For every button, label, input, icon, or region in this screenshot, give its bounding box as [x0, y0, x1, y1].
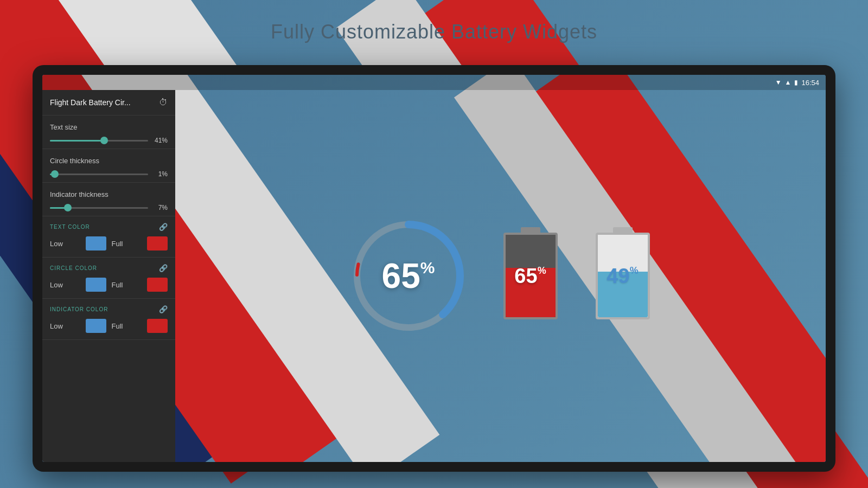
light-battery-widget: 49% — [593, 233, 653, 330]
circle-color-section: CIRCLE COLOR 🔗 Low Full — [42, 258, 175, 299]
indicator-thickness-slider-row: 7% — [50, 204, 168, 211]
light-battery-tip — [613, 227, 633, 234]
indicator-thickness-track[interactable] — [50, 207, 148, 209]
indicator-color-header: INDICATOR COLOR 🔗 — [50, 305, 168, 313]
circle-thickness-track[interactable] — [50, 174, 148, 175]
dark-battery-percent: % — [538, 265, 546, 277]
status-time: 16:54 — [801, 79, 819, 87]
settings-panel-title: Flight Dark Battery Cir... — [50, 98, 131, 107]
indicator-thickness-thumb[interactable] — [64, 204, 72, 211]
indicator-color-link-icon[interactable]: 🔗 — [159, 305, 168, 313]
tablet-frame: ▼ ▲ ▮ 16:54 Flight Dark Battery Cir... ⏱… — [33, 65, 835, 472]
indicator-color-section: INDICATOR COLOR 🔗 Low Full — [42, 299, 175, 340]
indicator-thickness-section: Indicator thickness 7% — [42, 183, 175, 216]
indicator-color-full-label: Full — [112, 322, 142, 330]
circle-thickness-label: Circle thickness — [50, 157, 168, 165]
battery-status-icon: ▮ — [794, 79, 798, 86]
light-battery-text: 49% — [598, 235, 648, 317]
circle-color-link-icon[interactable]: 🔗 — [159, 264, 168, 272]
light-battery-number: 49 — [607, 265, 629, 288]
text-color-title: TEXT COLOR — [50, 224, 90, 230]
indicator-color-full-swatch[interactable] — [147, 319, 168, 333]
page-title: Fully Customizable Battery Widgets — [0, 21, 868, 43]
text-size-thumb[interactable] — [100, 137, 108, 144]
dark-battery-body: 65% — [503, 233, 558, 319]
widgets-area: 65% 65% 49% — [175, 90, 826, 462]
text-color-low-swatch[interactable] — [86, 236, 106, 251]
circle-battery-value: 65% — [349, 216, 468, 336]
indicator-color-low-label: Low — [50, 322, 80, 330]
dark-battery-text: 65% — [506, 235, 556, 317]
text-color-low-label: Low — [50, 240, 80, 248]
text-color-header: TEXT COLOR 🔗 — [50, 223, 168, 231]
text-size-fill — [50, 140, 104, 142]
indicator-color-title: INDICATOR COLOR — [50, 306, 108, 312]
text-color-full-label: Full — [112, 240, 142, 248]
text-color-row: Low Full — [50, 236, 168, 251]
circle-color-full-swatch[interactable] — [147, 278, 168, 292]
indicator-thickness-value: 7% — [152, 204, 168, 211]
wifi-icon: ▼ — [775, 79, 782, 86]
text-size-track[interactable] — [50, 140, 148, 142]
history-icon[interactable]: ⏱ — [159, 98, 168, 107]
dark-battery-widget: 65% — [501, 233, 560, 330]
status-icons: ▼ ▲ ▮ 16:54 — [775, 79, 819, 87]
indicator-color-low-swatch[interactable] — [86, 319, 106, 333]
circle-thickness-thumb[interactable] — [51, 170, 59, 178]
circle-battery-percent: % — [420, 259, 435, 277]
dark-battery-number: 65 — [514, 265, 537, 288]
indicator-color-row: Low Full — [50, 319, 168, 333]
settings-panel: Flight Dark Battery Cir... ⏱ Text size 4… — [42, 90, 175, 462]
status-bar: ▼ ▲ ▮ 16:54 — [42, 75, 826, 90]
dark-battery-tip — [521, 227, 540, 234]
circle-color-title: CIRCLE COLOR — [50, 265, 97, 271]
text-color-section: TEXT COLOR 🔗 Low Full — [42, 216, 175, 258]
circle-thickness-value: 1% — [152, 170, 168, 178]
light-battery-percent: % — [630, 265, 639, 277]
text-color-link-icon[interactable]: 🔗 — [159, 223, 168, 231]
settings-header: Flight Dark Battery Cir... ⏱ — [42, 90, 175, 115]
signal-icon: ▲ — [785, 79, 792, 86]
circle-color-header: CIRCLE COLOR 🔗 — [50, 264, 168, 272]
circle-battery-number: 65 — [382, 256, 420, 296]
circle-color-row: Low Full — [50, 278, 168, 292]
circle-color-full-label: Full — [112, 281, 142, 289]
circle-thickness-slider-row: 1% — [50, 170, 168, 178]
circle-color-low-label: Low — [50, 281, 80, 289]
text-size-label: Text size — [50, 123, 168, 131]
circle-thickness-section: Circle thickness 1% — [42, 149, 175, 183]
text-size-slider-row: 41% — [50, 137, 168, 144]
tablet-screen: ▼ ▲ ▮ 16:54 Flight Dark Battery Cir... ⏱… — [42, 75, 826, 462]
circle-battery-widget: 65% — [349, 216, 468, 336]
text-size-section: Text size 41% — [42, 115, 175, 149]
text-color-full-swatch[interactable] — [147, 236, 168, 251]
light-battery-body: 49% — [596, 233, 650, 319]
indicator-thickness-label: Indicator thickness — [50, 190, 168, 198]
text-size-value: 41% — [152, 137, 168, 144]
circle-color-low-swatch[interactable] — [86, 278, 106, 292]
